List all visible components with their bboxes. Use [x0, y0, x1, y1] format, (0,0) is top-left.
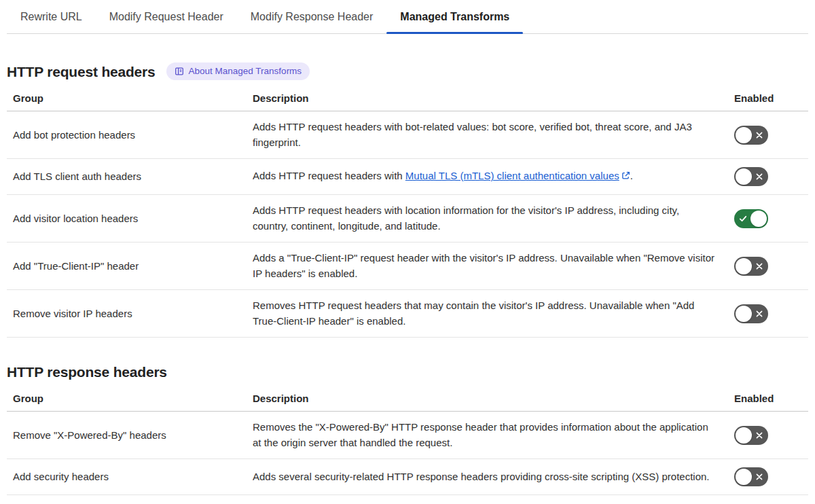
toggle-add-tls-client-auth-headers[interactable]	[734, 167, 768, 186]
description-text: .	[630, 170, 633, 181]
column-header-description: Description	[253, 393, 731, 404]
external-link-icon	[621, 169, 630, 185]
table-row: Add TLS client auth headersAdds HTTP req…	[7, 159, 808, 195]
toggle-knob	[736, 168, 752, 185]
group-cell: Add security headers	[7, 469, 253, 484]
table-row: Remove visitor IP headersRemoves HTTP re…	[7, 290, 808, 338]
column-header-group: Group	[7, 92, 253, 104]
managed-transforms-page: Rewrite URLModify Request HeaderModify R…	[0, 0, 815, 495]
enabled-cell	[731, 426, 808, 445]
request-headers-table: Group Description Enabled Add bot protec…	[7, 86, 808, 338]
section-title-response-headers: HTTP response headers	[7, 363, 167, 380]
toggle-knob	[736, 258, 752, 274]
table-row: Remove "X-Powered-By" headersRemoves the…	[7, 412, 808, 459]
description-text: Adds HTTP request headers with	[253, 170, 405, 181]
column-header-enabled: Enabled	[731, 92, 808, 104]
table-row: Add security headersAdds several securit…	[7, 459, 808, 495]
response-table-header-row: Group Description Enabled	[7, 386, 808, 412]
response-table-body: Remove "X-Powered-By" headersRemoves the…	[7, 412, 808, 495]
about-managed-transforms-badge[interactable]: About Managed Transforms	[166, 62, 310, 80]
section-title-request-headers: HTTP request headers	[7, 63, 156, 80]
toggle-add-visitor-location-headers[interactable]	[734, 209, 768, 228]
enabled-cell	[731, 257, 808, 276]
enabled-cell	[731, 167, 808, 186]
request-table-body: Add bot protection headersAdds HTTP requ…	[7, 111, 808, 338]
request-headers-section: HTTP request headers About Managed Trans…	[7, 62, 808, 338]
tab-modify-response-header[interactable]: Modify Response Header	[237, 0, 387, 33]
description-link[interactable]: Mutual TLS (mTLS) client authentication …	[405, 170, 630, 181]
description-cell: Adds HTTP request headers with bot-relat…	[253, 120, 731, 150]
response-headers-section: HTTP response headers Group Description …	[7, 363, 808, 495]
group-cell: Remove "X-Powered-By" headers	[7, 428, 253, 443]
request-table-header-row: Group Description Enabled	[7, 86, 808, 111]
toggle-add-bot-protection-headers[interactable]	[734, 126, 768, 145]
toggle-remove-x-powered-by-headers[interactable]	[734, 426, 768, 445]
x-icon	[755, 431, 763, 439]
toggle-remove-visitor-ip-headers[interactable]	[734, 304, 768, 323]
x-icon	[755, 262, 763, 270]
tab-bar: Rewrite URLModify Request HeaderModify R…	[7, 0, 808, 34]
tab-rewrite-url[interactable]: Rewrite URL	[7, 0, 96, 33]
table-row: Add "True-Client-IP" headerAdds a "True-…	[7, 242, 808, 290]
x-icon	[755, 131, 763, 139]
response-section-head: HTTP response headers	[7, 363, 808, 380]
enabled-cell	[731, 126, 808, 145]
tab-modify-request-header[interactable]: Modify Request Header	[96, 0, 237, 33]
enabled-cell	[731, 304, 808, 323]
enabled-cell	[731, 467, 808, 486]
group-cell: Remove visitor IP headers	[7, 306, 253, 321]
description-link-label: Mutual TLS (mTLS) client authentication …	[405, 170, 619, 181]
check-icon	[739, 215, 747, 223]
enabled-cell	[731, 209, 808, 228]
description-cell: Adds HTTP request headers with Mutual TL…	[253, 168, 731, 185]
group-cell: Add TLS client auth headers	[7, 169, 253, 184]
description-cell: Adds several security-related HTTP respo…	[253, 469, 731, 485]
table-row: Add visitor location headersAdds HTTP re…	[7, 195, 808, 242]
x-icon	[755, 310, 763, 318]
book-icon	[175, 67, 184, 76]
column-header-group: Group	[7, 393, 253, 404]
badge-label: About Managed Transforms	[189, 67, 302, 76]
description-cell: Removes HTTP request headers that may co…	[253, 298, 731, 329]
toggle-add-true-client-ip-header[interactable]	[734, 257, 768, 276]
group-cell: Add visitor location headers	[7, 211, 253, 226]
description-cell: Adds a "True-Client-IP" request header w…	[253, 251, 731, 281]
toggle-knob	[750, 211, 767, 227]
group-cell: Add bot protection headers	[7, 128, 253, 143]
column-header-enabled: Enabled	[731, 393, 808, 404]
response-headers-table: Group Description Enabled Remove "X-Powe…	[7, 386, 808, 495]
description-cell: Adds HTTP request headers with location …	[253, 203, 731, 234]
x-icon	[755, 173, 763, 181]
request-section-head: HTTP request headers About Managed Trans…	[7, 62, 808, 80]
toggle-knob	[736, 306, 752, 322]
tab-managed-transforms[interactable]: Managed Transforms	[386, 0, 523, 33]
toggle-add-security-headers[interactable]	[734, 467, 768, 486]
toggle-knob	[736, 127, 752, 143]
column-header-description: Description	[253, 92, 731, 104]
x-icon	[755, 473, 763, 481]
group-cell: Add "True-Client-IP" header	[7, 259, 253, 274]
table-row: Add bot protection headersAdds HTTP requ…	[7, 111, 808, 159]
toggle-knob	[736, 427, 752, 444]
toggle-knob	[736, 469, 752, 485]
description-cell: Removes the "X-Powered-By" HTTP response…	[253, 420, 731, 450]
